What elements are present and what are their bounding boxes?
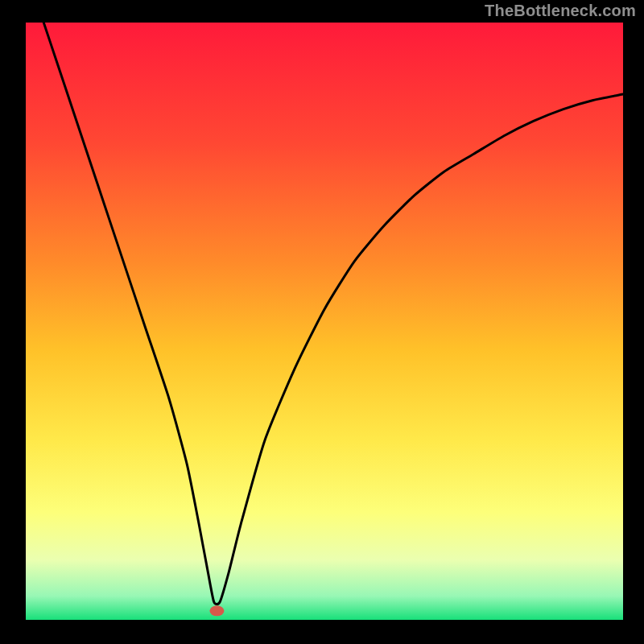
bottleneck-chart [0,0,644,644]
optimum-marker [209,605,224,616]
plot-background [26,23,623,620]
chart-frame: TheBottleneck.com [0,0,644,644]
